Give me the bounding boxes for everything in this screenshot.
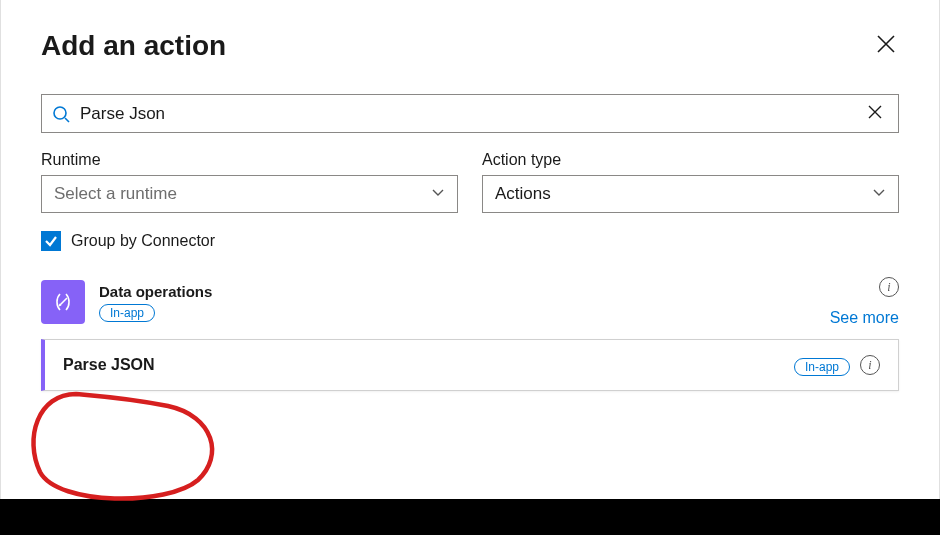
chevron-down-icon — [431, 185, 445, 203]
runtime-placeholder: Select a runtime — [54, 184, 177, 204]
clear-icon — [868, 105, 882, 119]
runtime-filter-group: Runtime Select a runtime — [41, 151, 458, 213]
check-icon — [44, 234, 58, 248]
connector-badge: In-app — [99, 304, 155, 322]
action-type-select[interactable]: Actions — [482, 175, 899, 213]
clear-search-button[interactable] — [862, 101, 888, 126]
group-by-connector-label: Group by Connector — [71, 232, 215, 250]
action-parse-json[interactable]: Parse JSON In-app i — [41, 339, 899, 391]
connector-meta: Data operations In-app — [99, 283, 816, 322]
group-by-connector-row: Group by Connector — [41, 231, 899, 251]
action-type-label: Action type — [482, 151, 899, 169]
connector-header: Data operations In-app i See more — [41, 277, 899, 327]
svg-point-0 — [54, 107, 66, 119]
runtime-select[interactable]: Select a runtime — [41, 175, 458, 213]
connector-right-meta: i See more — [830, 277, 899, 327]
chevron-down-icon — [872, 185, 886, 203]
search-input[interactable] — [80, 104, 862, 124]
connector-info-button[interactable]: i — [879, 277, 899, 297]
filter-row: Runtime Select a runtime Action type Act… — [41, 151, 899, 213]
bottom-black-bar — [0, 499, 940, 535]
action-type-filter-group: Action type Actions — [482, 151, 899, 213]
action-info-button[interactable]: i — [860, 355, 880, 375]
action-type-value: Actions — [495, 184, 551, 204]
connector-name: Data operations — [99, 283, 816, 300]
search-icon — [52, 105, 70, 123]
action-right-meta: In-app i — [794, 354, 880, 376]
action-name: Parse JSON — [63, 356, 155, 374]
see-more-link[interactable]: See more — [830, 309, 899, 327]
add-action-panel: Add an action Runtime Select a runtime A… — [0, 0, 940, 535]
panel-header: Add an action — [41, 30, 899, 62]
action-badge: In-app — [794, 358, 850, 376]
search-field[interactable] — [41, 94, 899, 133]
runtime-label: Runtime — [41, 151, 458, 169]
close-button[interactable] — [873, 31, 899, 61]
page-title: Add an action — [41, 30, 226, 62]
close-icon — [877, 35, 895, 53]
data-operations-icon — [41, 280, 85, 324]
group-by-connector-checkbox[interactable] — [41, 231, 61, 251]
